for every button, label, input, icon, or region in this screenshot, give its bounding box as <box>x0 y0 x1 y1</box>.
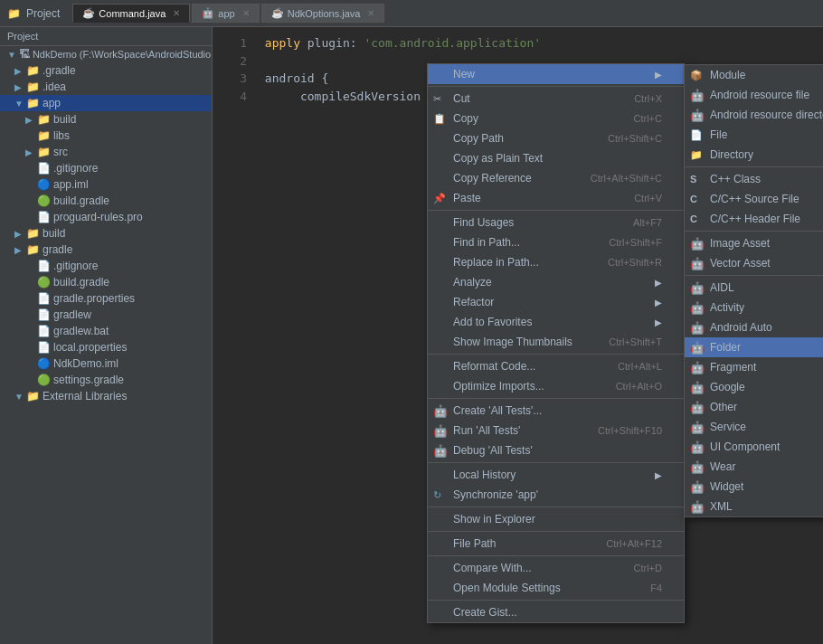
menu-refactor[interactable]: Refactor ▶ <box>428 292 684 312</box>
android-icon: 🤖 <box>690 257 705 270</box>
submenu-activity[interactable]: 🤖 Activity ▶ <box>685 298 823 317</box>
menu-file-path[interactable]: File Path Ctrl+Alt+F12 <box>428 534 684 554</box>
menu-label: Reformat Code... <box>453 360 600 373</box>
tree-build[interactable]: ▶ 📁 build <box>0 111 212 128</box>
menu-label: Folder <box>710 341 823 354</box>
submenu-aidl[interactable]: 🤖 AIDL ▶ <box>685 278 823 298</box>
submenu-service[interactable]: 🤖 Service ▶ <box>685 417 823 437</box>
tree-ndk-iml[interactable]: 🔵 NdkDemo.iml <box>0 355 212 372</box>
menu-local-history[interactable]: Local History ▶ <box>428 465 684 485</box>
submenu-image-asset[interactable]: 🤖 Image Asset <box>685 233 823 253</box>
menu-item-new[interactable]: New ▶ <box>428 64 684 84</box>
menu-replace-path[interactable]: Replace in Path... Ctrl+Shift+R <box>428 252 684 272</box>
tree-src[interactable]: ▶ 📁 src <box>0 144 212 160</box>
submenu-module[interactable]: 📦 Module <box>685 65 823 85</box>
tree-root[interactable]: ▼ 🏗 NdkDemo (F:\WorkSpace\AndroidStudio.… <box>0 46 212 62</box>
android-icon: 🤖 <box>433 444 448 458</box>
folder-icon: 📁 <box>26 243 40 256</box>
separator <box>428 462 684 463</box>
menu-copy[interactable]: 📋 Copy Ctrl+C <box>428 109 684 128</box>
submenu-vector-asset[interactable]: 🤖 Vector Asset <box>685 253 823 273</box>
menu-copy-ref[interactable]: Copy Reference Ctrl+Alt+Shift+C <box>428 168 684 188</box>
separator <box>428 398 684 399</box>
tab-ndk-options[interactable]: ☕ NdkOptions.java ✕ <box>261 4 385 23</box>
tree-gitignore2[interactable]: 📄 .gitignore <box>0 258 212 274</box>
tab-command-java[interactable]: ☕ Command.java ✕ <box>72 4 190 23</box>
submenu-fragment[interactable]: 🤖 Fragment ▶ <box>685 357 823 377</box>
line-num: 1 <box>220 34 247 52</box>
submenu-xml[interactable]: 🤖 XML ▶ <box>685 497 823 516</box>
tree-gradlew[interactable]: 📄 gradlew <box>0 307 212 323</box>
tree-idea[interactable]: ▶ 📁 .idea <box>0 79 212 95</box>
submenu-widget[interactable]: 🤖 Widget ▶ <box>685 477 823 497</box>
menu-open-module[interactable]: Open Module Settings F4 <box>428 578 684 598</box>
arrow-icon <box>25 164 34 174</box>
close-icon[interactable]: ✕ <box>367 8 374 18</box>
menu-copy-path[interactable]: Copy Path Ctrl+Shift+C <box>428 128 684 148</box>
menu-label: UI Component <box>710 440 823 453</box>
menu-show-thumbnails[interactable]: Show Image Thumbnails Ctrl+Shift+T <box>428 332 684 352</box>
root-label: NdkDemo (F:\WorkSpace\AndroidStudio...) <box>33 49 213 60</box>
submenu-android-resource-file[interactable]: 🤖 Android resource file <box>685 85 823 105</box>
submenu-ui-component[interactable]: 🤖 UI Component ▶ <box>685 437 823 457</box>
submenu-cpp-source[interactable]: C C/C++ Source File <box>685 189 823 209</box>
submenu-cpp-class[interactable]: S C++ Class <box>685 169 823 189</box>
menu-show-explorer[interactable]: Show in Explorer <box>428 509 684 529</box>
tree-libs[interactable]: 📁 libs <box>0 128 212 144</box>
submenu-google[interactable]: 🤖 Google ▶ <box>685 377 823 397</box>
tree-settings-gradle[interactable]: 🟢 settings.gradle <box>0 372 212 388</box>
tree-build-gradle[interactable]: 🟢 build.gradle <box>0 193 212 209</box>
menu-optimize[interactable]: Optimize Imports... Ctrl+Alt+O <box>428 376 684 396</box>
tree-proguard[interactable]: 📄 proguard-rules.pro <box>0 209 212 225</box>
android-icon: 🤖 <box>690 341 705 355</box>
menu-label: Optimize Imports... <box>453 380 598 393</box>
submenu-wear[interactable]: 🤖 Wear ▶ <box>685 457 823 477</box>
tree-local-props[interactable]: 📄 local.properties <box>0 339 212 355</box>
arrow-icon <box>25 359 34 369</box>
menu-paste[interactable]: 📌 Paste Ctrl+V <box>428 188 684 208</box>
tree-build-gradle2[interactable]: 🟢 build.gradle <box>0 274 212 290</box>
menu-add-favorites[interactable]: Add to Favorites ▶ <box>428 312 684 332</box>
item-label: .idea <box>43 80 66 93</box>
shortcut: Ctrl+C <box>634 113 662 124</box>
menu-copy-plain[interactable]: Copy as Plain Text <box>428 148 684 168</box>
tree-app[interactable]: ▼ 📁 app <box>0 95 212 111</box>
tree-build2[interactable]: ▶ 📁 build <box>0 225 212 242</box>
android-icon: 🤖 <box>690 301 705 315</box>
item-label: .gitignore <box>53 260 98 272</box>
submenu-folder[interactable]: 🤖 Folder ▶ <box>685 337 823 357</box>
tree-external-libs[interactable]: ▼ 📁 External Libraries <box>0 388 212 404</box>
submenu-other[interactable]: 🤖 Other ▶ <box>685 397 823 417</box>
submenu-file[interactable]: 📄 File <box>685 125 823 145</box>
menu-compare[interactable]: Compare With... Ctrl+D <box>428 558 684 578</box>
android-icon: 🤖 <box>690 89 705 102</box>
shortcut: Ctrl+Alt+O <box>616 381 662 392</box>
tree-app-iml[interactable]: 🔵 app.iml <box>0 176 212 193</box>
line-num: 2 <box>220 52 247 71</box>
tree-gitignore[interactable]: 📄 .gitignore <box>0 160 212 176</box>
submenu-android-resource-dir[interactable]: 🤖 Android resource directory <box>685 105 823 125</box>
submenu-cpp-header[interactable]: C C/C++ Header File <box>685 209 823 229</box>
menu-find-path[interactable]: Find in Path... Ctrl+Shift+F <box>428 232 684 252</box>
close-icon[interactable]: ✕ <box>242 8 250 18</box>
tab-app[interactable]: 🤖 app ✕ <box>192 4 259 23</box>
menu-create-tests[interactable]: 🤖 Create 'All Tests'... <box>428 401 684 421</box>
submenu-directory[interactable]: 📁 Directory <box>685 145 823 165</box>
menu-label: New <box>453 68 655 80</box>
tree-gradle-props[interactable]: 📄 gradle.properties <box>0 290 212 307</box>
tree-gradle2[interactable]: ▶ 📁 gradle <box>0 242 212 258</box>
tree-gradlew-bat[interactable]: 📄 gradlew.bat <box>0 323 212 339</box>
menu-run-tests[interactable]: 🤖 Run 'All Tests' Ctrl+Shift+F10 <box>428 421 684 440</box>
menu-cut[interactable]: ✂ Cut Ctrl+X <box>428 89 684 109</box>
menu-sync[interactable]: ↻ Synchronize 'app' <box>428 485 684 505</box>
submenu-android-auto[interactable]: 🤖 Android Auto ▶ <box>685 317 823 337</box>
menu-analyze[interactable]: Analyze ▶ <box>428 272 684 292</box>
menu-find-usages[interactable]: Find Usages Alt+F7 <box>428 213 684 232</box>
project-folder-icon: 🏗 <box>19 48 30 61</box>
android-icon: 🤖 <box>690 440 705 454</box>
close-icon[interactable]: ✕ <box>173 8 180 18</box>
menu-debug-tests[interactable]: 🤖 Debug 'All Tests' <box>428 440 684 460</box>
tree-gradle[interactable]: ▶ 📁 .gradle <box>0 62 212 79</box>
menu-reformat[interactable]: Reformat Code... Ctrl+Alt+L <box>428 356 684 376</box>
menu-create-gist[interactable]: Create Gist... <box>428 602 684 622</box>
